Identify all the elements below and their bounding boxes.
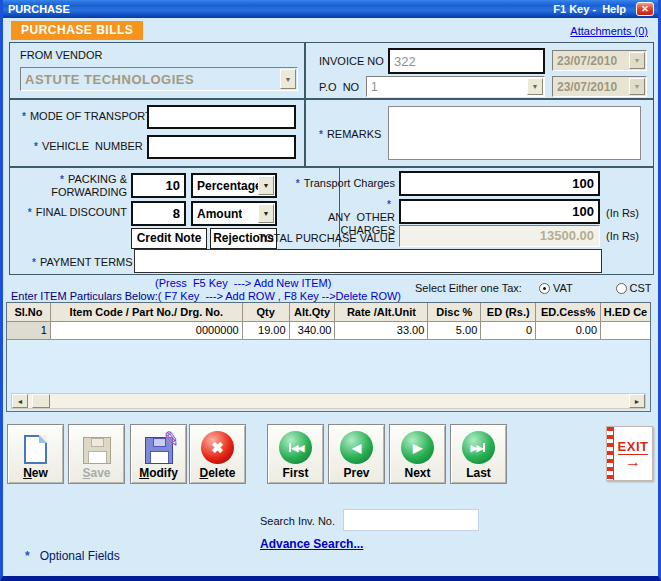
table-row[interactable]: 1 0000000 19.00 340.00 33.00 5.00 0 0.00 [7,322,650,340]
other-charges-unit: (In Rs) [606,207,639,219]
column-header[interactable]: Disc % [428,303,481,322]
new-button[interactable]: New [7,424,64,484]
charges-section: *PACKING &FORWARDING Percentage ▼ *FINAL… [9,167,654,275]
required-asterisk: * [25,549,30,563]
row-cell-itemcode[interactable]: 0000000 [51,322,243,340]
chevron-down-icon: ▼ [263,182,270,189]
vendor-combobox[interactable]: ASTUTE TECHNOLOGIES ▼ [20,67,298,91]
final-discount-input[interactable] [131,201,186,226]
exit-sign-stripe [607,427,614,480]
remarks-section: *REMARKS [305,99,654,167]
required-asterisk: * [296,178,300,189]
packing-unit-value: Percentage [197,179,262,193]
po-date-combobox[interactable]: 23/07/2010 ▼ [552,76,647,97]
row-cell-rate[interactable]: 33.00 [335,322,428,340]
scrollbar-thumb[interactable] [32,394,50,408]
delete-button[interactable]: ✖ Delete [189,424,246,484]
vendor-value: ASTUTE TECHNOLOGIES [25,72,194,87]
row-cell-edcess[interactable]: 0.00 [536,322,601,340]
po-no-combobox[interactable]: 1 ▼ [366,76,545,97]
delete-icon: ✖ [201,431,234,464]
items-grid: Sl.No Item Code / Part No./ Drg. No. Qty… [6,302,651,412]
row-cell-ed[interactable]: 0 [481,322,536,340]
row-cell-qty[interactable]: 19.00 [243,322,290,340]
search-inv-no-label: Search Inv. No. [260,515,335,527]
first-record-icon: ◀◀ [279,431,312,464]
optional-fields-note: *Optional Fields [25,549,120,563]
vehicle-number-input[interactable] [147,135,296,159]
row-keys-instruction: ( F7 Key ---> Add ROW , F8 Key -->Delete… [158,290,401,302]
last-record-icon: ▶▶ [462,431,495,464]
total-purchase-unit: (In Rs) [606,230,639,242]
purchase-window: PURCHASE F1 Key - Help ✕ PURCHASE BILLS … [0,0,661,581]
save-button: Save [68,424,125,484]
invoice-date-combobox[interactable]: 23/07/2010 ▼ [552,50,647,71]
previous-record-icon: ◀ [340,431,373,464]
arrow-left-icon: ◄ [17,398,24,405]
packing-forwarding-input[interactable] [131,173,186,198]
exit-button[interactable]: EXIT → [606,426,653,481]
item-particulars-instruction: Enter ITEM Particulars Below: [11,290,158,302]
modify-floppy-pencil-icon: ✎ [145,437,173,464]
discount-unit-combobox[interactable]: Amount ▼ [191,201,277,226]
help-hint[interactable]: F1 Key - Help [553,3,626,15]
vehicle-number-label: VEHICLE NUMBER [42,140,143,152]
mode-of-transport-input[interactable] [147,105,296,129]
remarks-label: REMARKS [327,128,381,140]
any-other-charges-input[interactable] [399,199,600,224]
chevron-down-icon: ▼ [634,83,641,90]
column-header[interactable]: H.ED Ce [601,303,650,322]
f5-key-instruction: (Press F5 Key ---> Add New ITEM) [155,277,331,289]
packing-unit-combobox[interactable]: Percentage ▼ [191,173,277,198]
payment-terms-input[interactable] [134,249,602,273]
vendor-dropdown-button[interactable]: ▼ [280,69,296,89]
total-purchase-value-label: TOTAL PURCHASE VALUE [240,232,395,245]
horizontal-scrollbar[interactable]: ◄ ► [11,393,646,409]
remarks-textarea[interactable] [388,106,641,160]
row-cell-slno[interactable]: 1 [7,322,51,340]
invoice-no-input[interactable] [388,48,545,74]
transport-charges-label: Transport Charges [304,177,395,189]
row-cell-hedcess[interactable] [601,322,650,340]
required-asterisk: * [32,257,36,268]
column-header[interactable]: ED.Cess% [536,303,601,322]
po-date-value: 23/07/2010 [557,80,617,94]
column-header[interactable]: Sl.No [7,303,51,322]
credit-note-button[interactable]: Credit Note [131,228,207,249]
cst-radio[interactable] [616,283,627,294]
chevron-down-icon: ▼ [532,83,539,90]
column-header[interactable]: ED (Rs.) [481,303,536,322]
column-header[interactable]: Qty [243,303,290,322]
exit-arrow-icon: → [625,455,641,469]
row-cell-disc[interactable]: 5.00 [428,322,481,340]
po-dropdown-button[interactable]: ▼ [527,78,543,95]
invoice-date-value: 23/07/2010 [557,54,617,68]
vat-radio[interactable] [539,283,550,294]
column-header[interactable]: Rate /Alt.Unit [335,303,428,322]
transport-charges-input[interactable] [399,171,600,196]
modify-button[interactable]: ✎ Modify [130,424,187,484]
po-date-dropdown-button[interactable]: ▼ [629,78,645,95]
invoice-date-dropdown-button[interactable]: ▼ [629,52,645,69]
total-purchase-value-field: 13500.00 [399,225,600,247]
discount-unit-value: Amount [197,207,242,221]
search-inv-no-input[interactable] [343,509,479,531]
close-icon: ✕ [641,4,649,14]
close-button[interactable]: ✕ [636,2,654,16]
row-cell-altqty[interactable]: 340.00 [290,322,336,340]
invoice-section: INVOICE NO 23/07/2010 ▼ P.O NO 1 ▼ 23/07… [305,42,654,99]
first-button[interactable]: ◀◀ First [267,424,324,484]
mode-of-transport-label: MODE OF TRANSPORT [30,110,152,122]
column-header[interactable]: Alt.Qty [290,303,336,322]
attachments-link[interactable]: Attachments (0) [570,25,648,37]
next-button[interactable]: ▶ Next [389,424,446,484]
tax-selector: Select Either one Tax: VAT CST [415,282,652,294]
scroll-left-button[interactable]: ◄ [12,394,28,408]
prev-button[interactable]: ◀ Prev [328,424,385,484]
po-no-value: 1 [371,80,378,94]
from-vendor-label: FROM VENDOR [20,49,103,61]
advance-search-link[interactable]: Advance Search... [260,537,363,551]
column-header[interactable]: Item Code / Part No./ Drg. No. [51,303,243,322]
last-button[interactable]: ▶▶ Last [450,424,507,484]
scroll-right-button[interactable]: ► [629,394,645,408]
